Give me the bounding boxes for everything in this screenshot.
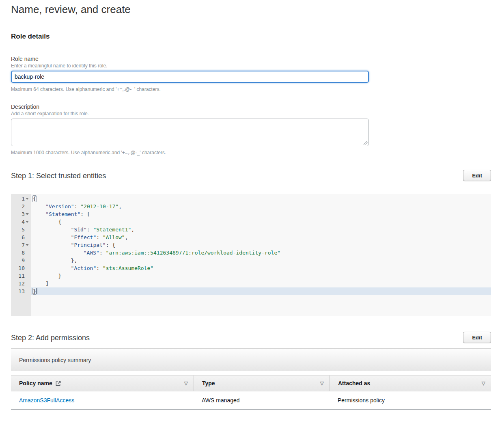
editor-code-line[interactable]: "Principal": { [31, 241, 491, 249]
description-constraint: Maximum 1000 characters. Use alphanumeri… [11, 150, 491, 155]
editor-code-line[interactable]: "Sid": "Statement1", [31, 226, 491, 233]
editor-code-area[interactable]: {"Version": "2012-10-17","Statement": [{… [31, 194, 491, 316]
code-token-str: "2012-10-17" [80, 203, 118, 209]
code-token-brk: { [32, 195, 37, 202]
editor-code-line[interactable]: { [31, 195, 491, 203]
editor-line-number[interactable]: 8 [11, 249, 31, 257]
permissions-table-header: Policy name ▽ Type ▽ Attached as ▽ [11, 375, 491, 391]
sort-filter-icon[interactable]: ▽ [482, 381, 485, 386]
permissions-summary-caption: Permissions policy summary [11, 348, 491, 371]
role-details-heading: Role details [11, 32, 491, 41]
code-token-str: "Allow" [103, 234, 125, 240]
description-textarea[interactable] [11, 119, 369, 146]
role-name-help: Enter a meaningful name to identify this… [11, 63, 491, 69]
fold-arrow-icon[interactable] [26, 221, 29, 223]
code-token-str: "Statement1" [93, 227, 131, 233]
step1-heading: Step 1: Select trusted entities [11, 170, 106, 180]
page-content: Name, review, and create Role details Ro… [0, 0, 504, 410]
column-header-type[interactable]: Type ▽ [194, 376, 330, 391]
policy-attached-as-cell: Permissions policy [330, 397, 491, 404]
editor-code-line[interactable]: "Action": "sts:AssumeRole" [31, 264, 491, 272]
code-token-pun: : [ [80, 211, 90, 217]
column-header-policy-name[interactable]: Policy name ▽ [11, 376, 194, 391]
step2-heading: Step 2: Add permissions [11, 332, 90, 342]
editor-code-line[interactable]: ] [31, 280, 491, 287]
code-token-pun: , [131, 227, 134, 233]
code-token-pun: ] [45, 281, 49, 287]
fold-arrow-icon[interactable] [26, 213, 29, 215]
table-row: AmazonS3FullAccess AWS managed Permissio… [11, 391, 491, 410]
role-name-label: Role name [11, 56, 491, 62]
editor-line-number[interactable]: 9 [11, 257, 31, 264]
fold-arrow-icon[interactable] [26, 244, 29, 246]
code-token-pun: } [58, 273, 61, 279]
editor-code-line[interactable]: } [31, 287, 491, 295]
policy-name-header-label: Policy name [19, 380, 52, 386]
role-name-constraint: Maximum 64 characters. Use alphanumeric … [11, 86, 491, 92]
description-label: Description [11, 104, 491, 110]
code-token-key: "Principal" [71, 242, 106, 248]
policy-type-cell: AWS managed [194, 397, 330, 404]
step2-header-row: Step 2: Add permissions Edit [11, 332, 491, 343]
role-name-field: Role name Enter a meaningful name to ide… [11, 56, 491, 92]
permissions-summary-caption-text: Permissions policy summary [19, 357, 91, 363]
trust-policy-editor[interactable]: 12345678910111213 {"Version": "2012-10-1… [11, 194, 491, 316]
description-help: Add a short explanation for this role. [11, 111, 491, 117]
code-token-pun: }, [71, 257, 78, 263]
code-token-pun: : [87, 227, 93, 233]
editor-line-number[interactable]: 3 [11, 210, 31, 218]
code-token-key: "AWS" [84, 250, 99, 256]
editor-code-line[interactable]: "AWS": "arn:aws:iam::541263489771:role/w… [31, 249, 491, 257]
column-header-attached-as[interactable]: Attached as ▽ [330, 376, 491, 391]
code-token-pun: , [118, 203, 122, 209]
description-field: Description Add a short explanation for … [11, 104, 491, 155]
step1-header-row: Step 1: Select trusted entities Edit [11, 170, 491, 181]
step1-edit-button[interactable]: Edit [463, 170, 491, 181]
editor-code-line[interactable]: "Effect": "Allow", [31, 233, 491, 241]
textarea-resize-handle[interactable] [364, 141, 368, 145]
code-token-key: "Version" [45, 203, 74, 209]
editor-line-number[interactable]: 5 [11, 226, 31, 233]
code-token-pun: : { [106, 242, 115, 248]
editor-line-number-gutter: 12345678910111213 [11, 194, 31, 316]
role-name-input[interactable] [11, 71, 369, 83]
editor-code-line[interactable]: } [31, 272, 491, 280]
editor-line-number[interactable]: 2 [11, 203, 31, 210]
code-token-pun: : [96, 234, 103, 240]
code-token-key: "Sid" [71, 227, 87, 233]
step2-edit-button[interactable]: Edit [463, 332, 491, 343]
editor-line-number[interactable]: 11 [11, 272, 31, 280]
code-token-pun: : [74, 203, 81, 209]
code-token-key: "Statement" [45, 211, 80, 217]
editor-code-line[interactable]: "Version": "2012-10-17", [31, 203, 491, 210]
external-link-icon [55, 380, 61, 386]
code-token-pun: : [99, 250, 106, 256]
role-details-divider [11, 49, 491, 49]
code-token-pun: { [58, 219, 61, 225]
editor-line-number[interactable]: 1 [11, 195, 31, 203]
code-token-key: "Action" [71, 265, 97, 271]
editor-cursor [37, 288, 37, 294]
page-title: Name, review, and create [11, 3, 491, 16]
type-header-label: Type [202, 380, 215, 386]
editor-line-number[interactable]: 4 [11, 218, 31, 226]
code-token-pun: : [96, 265, 103, 271]
permissions-table: Policy name ▽ Type ▽ Attached as ▽ [11, 375, 491, 410]
code-token-brk: } [32, 288, 37, 295]
code-token-str: "sts:AssumeRole" [103, 265, 153, 271]
policy-name-link[interactable]: AmazonS3FullAccess [19, 397, 74, 404]
sort-filter-icon[interactable]: ▽ [184, 381, 188, 386]
editor-code-line[interactable]: { [31, 218, 491, 226]
code-token-pun: , [125, 234, 128, 240]
attached-as-header-label: Attached as [338, 380, 370, 386]
editor-line-number[interactable]: 6 [11, 233, 31, 241]
editor-line-number[interactable]: 12 [11, 280, 31, 287]
editor-code-line[interactable]: "Statement": [ [31, 210, 491, 218]
code-token-str: "arn:aws:iam::541263489771:role/workload… [106, 250, 280, 256]
editor-line-number[interactable]: 10 [11, 264, 31, 272]
sort-filter-icon[interactable]: ▽ [320, 381, 324, 386]
editor-code-line[interactable]: }, [31, 257, 491, 264]
fold-arrow-icon[interactable] [26, 198, 29, 200]
editor-line-number[interactable]: 13 [11, 287, 31, 295]
editor-line-number[interactable]: 7 [11, 241, 31, 249]
